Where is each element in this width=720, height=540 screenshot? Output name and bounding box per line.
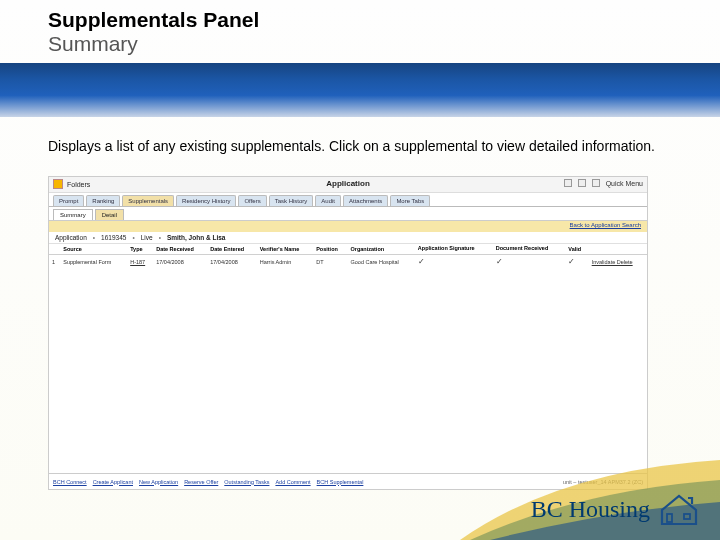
- action-bar: Back to Application Search: [49, 220, 647, 232]
- cell-verifier: Harris Admin: [257, 255, 313, 269]
- tab-prompt[interactable]: Prompt: [53, 195, 84, 206]
- supplementals-table: Source Type Date Received Date Entered V…: [49, 244, 647, 268]
- embedded-app-screenshot: Folders Application Quick Menu Prompt Ra…: [48, 176, 648, 490]
- tab-supplementals[interactable]: Supplementals: [122, 195, 174, 206]
- col-date-entered: Date Entered: [207, 244, 257, 255]
- primary-tabs: Prompt Ranking Supplementals Residency H…: [49, 193, 647, 206]
- footer-link-outstanding-tasks[interactable]: Outstanding Tasks: [224, 479, 269, 485]
- cell-valid-check: ✓: [565, 255, 588, 269]
- back-to-search-link[interactable]: Back to Application Search: [570, 222, 641, 228]
- cell-date-entered: 17/04/2008: [207, 255, 257, 269]
- sub-tabs: Summary Detail: [49, 206, 647, 220]
- brand-name: BC Housing: [531, 496, 650, 523]
- close-icon[interactable]: [592, 179, 600, 187]
- blue-gradient-bar: [0, 63, 720, 117]
- footer-link-create-applicant[interactable]: Create Applicant: [93, 479, 133, 485]
- col-app-signature: Application Signature: [415, 244, 493, 255]
- col-type: Type: [127, 244, 153, 255]
- context-name: Smith, John & Lisa: [167, 234, 226, 241]
- col-actions: [589, 244, 647, 255]
- app-title: Application: [49, 179, 647, 188]
- col-valid: Valid: [565, 244, 588, 255]
- help-icon[interactable]: [578, 179, 586, 187]
- col-source: Source: [60, 244, 127, 255]
- svg-rect-0: [667, 514, 672, 522]
- slide-heading: Supplementals Panel Summary: [48, 8, 259, 56]
- footer-link-new-application[interactable]: New Application: [139, 479, 178, 485]
- col-doc-received: Document Received: [493, 244, 566, 255]
- cell-date-received: 17/04/2008: [153, 255, 207, 269]
- tab-task-history[interactable]: Task History: [269, 195, 314, 206]
- cell-position: DT: [313, 255, 347, 269]
- cell-source: Supplemental Form: [60, 255, 127, 269]
- app-titlebar: Folders Application Quick Menu: [49, 177, 647, 193]
- cell-type-link[interactable]: H-187: [127, 255, 153, 269]
- col-date-received: Date Received: [153, 244, 207, 255]
- cell-organization: Good Care Hospital: [347, 255, 414, 269]
- tab-audit[interactable]: Audit: [315, 195, 341, 206]
- subtab-summary[interactable]: Summary: [53, 209, 93, 220]
- tab-ranking[interactable]: Ranking: [86, 195, 120, 206]
- house-icon: [658, 492, 700, 526]
- heading-title: Supplementals Panel: [48, 8, 259, 32]
- cell-doc-check: ✓: [493, 255, 566, 269]
- context-status: Live: [141, 234, 153, 241]
- cell-signature-check: ✓: [415, 255, 493, 269]
- footer-status-text: unit – testuser_14 APM37.2 (ZC): [563, 479, 643, 485]
- footer-link-connect[interactable]: BCH Connect: [53, 479, 87, 485]
- context-row: Application • 1619345 • Live • Smith, Jo…: [49, 232, 647, 244]
- intro-text: Displays a list of any existing suppleme…: [48, 138, 688, 156]
- col-idx: [49, 244, 60, 255]
- table-row[interactable]: 1 Supplemental Form H-187 17/04/2008 17/…: [49, 255, 647, 269]
- tab-more[interactable]: More Tabs: [390, 195, 430, 206]
- col-position: Position: [313, 244, 347, 255]
- cell-idx: 1: [49, 255, 60, 269]
- svg-rect-1: [684, 514, 690, 519]
- col-verifier: Verifier's Name: [257, 244, 313, 255]
- footer-link-add-comment[interactable]: Add Comment: [275, 479, 310, 485]
- subtab-detail[interactable]: Detail: [95, 209, 124, 220]
- app-footer: BCH Connect Create Applicant New Applica…: [49, 473, 647, 489]
- heading-subtitle: Summary: [48, 32, 259, 56]
- print-icon[interactable]: [564, 179, 572, 187]
- tab-offers[interactable]: Offers: [238, 195, 266, 206]
- col-organization: Organization: [347, 244, 414, 255]
- cell-actions[interactable]: Invalidate Delete: [589, 255, 647, 269]
- footer-link-supplemental[interactable]: BCH Supplemental: [317, 479, 364, 485]
- tab-residency-history[interactable]: Residency History: [176, 195, 236, 206]
- quick-menu-link[interactable]: Quick Menu: [606, 180, 643, 187]
- context-label: Application: [55, 234, 87, 241]
- context-app-no: 1619345: [101, 234, 126, 241]
- tab-attachments[interactable]: Attachments: [343, 195, 388, 206]
- brand-logo: BC Housing: [531, 492, 700, 526]
- footer-link-reserve-offer[interactable]: Reserve Offer: [184, 479, 218, 485]
